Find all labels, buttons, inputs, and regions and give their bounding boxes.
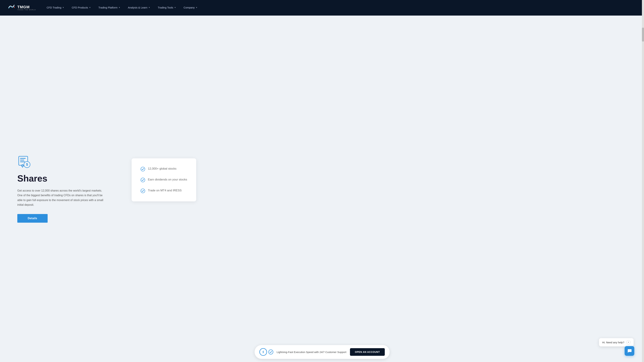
chevron-down-icon: ▼ — [62, 6, 64, 8]
main-content: $ Shares Get access to over 12,000 share… — [0, 15, 644, 362]
check-circle-icon — [140, 188, 145, 193]
nav-label-trading-platform: Trading Platform — [98, 6, 118, 9]
feature-text-dividends: Earn dividends on your stocks — [148, 178, 187, 182]
chat-bubble-text: Hi. Need any help? — [602, 341, 624, 344]
chat-icon — [627, 349, 632, 353]
feature-text-global-stocks: 12,000+ global stocks — [148, 167, 176, 171]
check-circle-icon — [140, 178, 145, 182]
nav-item-trading-tools[interactable]: Trading Tools ▼ — [154, 0, 180, 15]
feature-item-mt4-iress: Trade on MT4 and IRESS — [140, 188, 187, 193]
feature-text-mt4-iress: Trade on MT4 and IRESS — [148, 188, 182, 192]
nav-label-company: Company — [184, 6, 195, 9]
nav-item-analysis-learn[interactable]: Analysis & Learn ▼ — [124, 0, 154, 15]
nav-label-cfd-products: CFD Products — [72, 6, 88, 9]
brand-name: TMGM — [17, 5, 36, 9]
nav-item-cfd-trading[interactable]: CFD Trading ▼ — [43, 0, 68, 15]
svg-point-0 — [7, 3, 16, 12]
banner-text: Lightning-Fast Execution Speed with 24/7… — [277, 351, 347, 354]
feature-item-global-stocks: 12,000+ global stocks — [140, 167, 187, 171]
chat-close-button[interactable]: × — [626, 340, 630, 344]
shares-icon: $ — [17, 155, 31, 169]
logo-icon — [7, 3, 16, 12]
content-left: $ Shares Get access to over 12,000 share… — [17, 155, 118, 223]
svg-rect-5 — [20, 162, 25, 162]
logo-link[interactable]: TMGM TRADE THE WORLD — [7, 3, 36, 12]
nav-item-trading-platform[interactable]: Trading Platform ▼ — [94, 0, 124, 15]
nav-label-trading-tools: Trading Tools — [158, 6, 173, 9]
chevron-down-icon: ▼ — [118, 6, 120, 8]
svg-point-11 — [141, 189, 145, 193]
details-button[interactable]: Details — [17, 214, 48, 223]
svg-rect-3 — [20, 158, 26, 159]
chat-open-button[interactable] — [624, 346, 634, 356]
feature-item-dividends: Earn dividends on your stocks — [140, 178, 187, 182]
chat-bubble: Hi. Need any help? × — [599, 338, 634, 347]
checkmark-speed-icon — [268, 350, 273, 355]
page-title: Shares — [17, 174, 118, 183]
svg-point-8 — [22, 165, 24, 167]
close-icon: × — [628, 341, 629, 344]
check-circle-icon — [140, 167, 145, 171]
svg-text:$: $ — [26, 163, 28, 166]
nav-label-analysis-learn: Analysis & Learn — [128, 6, 147, 9]
page-content-wrapper: $ Shares Get access to over 12,000 share… — [17, 155, 627, 223]
open-account-button[interactable]: OPEN AN ACCOUNT — [350, 348, 384, 356]
nav-item-company[interactable]: Company ▼ — [180, 0, 201, 15]
navbar: TMGM TRADE THE WORLD CFD Trading ▼ CFD P… — [0, 0, 644, 15]
features-card: 12,000+ global stocks Earn dividends on … — [132, 158, 196, 201]
bottom-banner: Lightning-Fast Execution Speed with 24/7… — [254, 345, 390, 359]
svg-point-9 — [141, 167, 145, 171]
scrollbar[interactable] — [642, 0, 644, 362]
chevron-down-icon: ▼ — [174, 6, 176, 8]
brand-tagline: TRADE THE WORLD — [17, 9, 36, 10]
nav-item-cfd-products[interactable]: CFD Products ▼ — [68, 0, 94, 15]
chevron-down-icon: ▼ — [196, 6, 198, 8]
page-description: Get access to over 12,000 shares across … — [17, 188, 107, 207]
logo-text: TMGM TRADE THE WORLD — [17, 5, 36, 10]
scrollbar-thumb[interactable] — [642, 28, 644, 41]
lightning-container — [260, 348, 273, 356]
chevron-down-icon: ▼ — [89, 6, 91, 8]
svg-point-10 — [141, 178, 145, 182]
svg-point-12 — [268, 350, 273, 354]
nav-label-cfd-trading: CFD Trading — [46, 6, 61, 9]
nav-items: CFD Trading ▼ CFD Products ▼ Trading Pla… — [43, 0, 637, 15]
svg-rect-4 — [20, 160, 24, 161]
chevron-down-icon: ▼ — [148, 6, 150, 8]
lightning-icon — [260, 348, 267, 356]
